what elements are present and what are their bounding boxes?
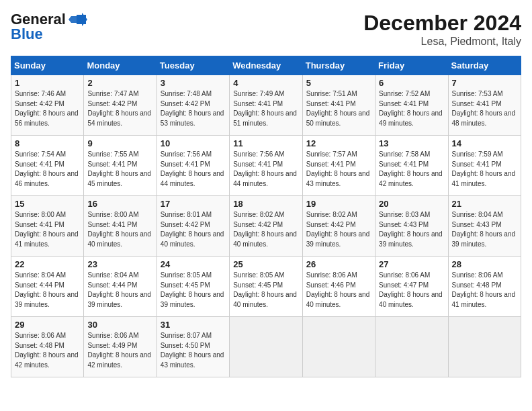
day-info: Sunrise: 8:06 AMSunset: 4:48 PMDaylight:… (452, 271, 516, 308)
calendar-day-cell: 2 Sunrise: 7:47 AMSunset: 4:42 PMDayligh… (84, 75, 157, 136)
calendar-day-cell: 15 Sunrise: 8:00 AMSunset: 4:41 PMDaylig… (11, 196, 84, 257)
day-number: 6 (379, 78, 444, 88)
day-info: Sunrise: 7:56 AMSunset: 4:41 PMDaylight:… (161, 150, 224, 187)
day-info: Sunrise: 7:53 AMSunset: 4:41 PMDaylight:… (452, 90, 516, 127)
calendar-week-row: 22 Sunrise: 8:04 AMSunset: 4:44 PMDaylig… (11, 257, 521, 317)
day-info: Sunrise: 8:06 AMSunset: 4:46 PMDaylight:… (306, 271, 370, 308)
day-number: 13 (379, 138, 444, 148)
calendar-day-cell: 11 Sunrise: 7:56 AMSunset: 4:41 PMDaylig… (230, 136, 302, 196)
day-info: Sunrise: 8:06 AMSunset: 4:48 PMDaylight:… (15, 332, 79, 369)
calendar-day-cell: 19 Sunrise: 8:02 AMSunset: 4:42 PMDaylig… (302, 196, 375, 257)
day-number: 2 (87, 78, 152, 88)
calendar-day-cell: 10 Sunrise: 7:56 AMSunset: 4:41 PMDaylig… (157, 136, 229, 196)
day-number: 15 (15, 199, 80, 209)
weekday-header-tuesday: Tuesday (157, 56, 229, 75)
calendar-day-cell (448, 317, 521, 377)
day-number: 21 (452, 199, 517, 209)
calendar-week-row: 1 Sunrise: 7:46 AMSunset: 4:42 PMDayligh… (11, 75, 521, 136)
day-number: 28 (452, 259, 517, 269)
day-number: 30 (87, 320, 152, 330)
day-number: 19 (306, 199, 371, 209)
day-info: Sunrise: 7:49 AMSunset: 4:41 PMDaylight:… (233, 90, 297, 127)
day-number: 4 (233, 78, 298, 88)
calendar-day-cell: 30 Sunrise: 8:06 AMSunset: 4:49 PMDaylig… (84, 317, 157, 377)
calendar-day-cell: 16 Sunrise: 8:00 AMSunset: 4:41 PMDaylig… (84, 196, 157, 257)
day-info: Sunrise: 7:46 AMSunset: 4:42 PMDaylight:… (15, 90, 79, 127)
month-title: December 2024 (363, 11, 521, 36)
day-info: Sunrise: 7:47 AMSunset: 4:42 PMDaylight:… (87, 90, 151, 127)
day-info: Sunrise: 7:59 AMSunset: 4:41 PMDaylight:… (452, 150, 516, 187)
calendar-day-cell: 5 Sunrise: 7:51 AMSunset: 4:41 PMDayligh… (302, 75, 375, 136)
calendar-day-cell: 26 Sunrise: 8:06 AMSunset: 4:46 PMDaylig… (302, 257, 375, 317)
day-info: Sunrise: 8:00 AMSunset: 4:41 PMDaylight:… (15, 211, 79, 248)
day-info: Sunrise: 8:05 AMSunset: 4:45 PMDaylight:… (233, 271, 297, 308)
day-number: 20 (379, 199, 444, 209)
calendar-day-cell: 12 Sunrise: 7:57 AMSunset: 4:41 PMDaylig… (302, 136, 375, 196)
calendar-day-cell: 23 Sunrise: 8:04 AMSunset: 4:44 PMDaylig… (84, 257, 157, 317)
logo-arrow-icon (67, 12, 87, 27)
weekday-header-sunday: Sunday (11, 56, 84, 75)
title-block: December 2024 Lesa, Piedmont, Italy (363, 11, 521, 48)
day-number: 27 (379, 259, 444, 269)
day-number: 29 (15, 320, 80, 330)
weekday-header-friday: Friday (375, 56, 448, 75)
calendar-day-cell: 9 Sunrise: 7:55 AMSunset: 4:41 PMDayligh… (84, 136, 157, 196)
day-number: 24 (161, 259, 226, 269)
calendar-week-row: 29 Sunrise: 8:06 AMSunset: 4:48 PMDaylig… (11, 317, 521, 377)
calendar-day-cell: 3 Sunrise: 7:48 AMSunset: 4:42 PMDayligh… (157, 75, 229, 136)
day-info: Sunrise: 7:51 AMSunset: 4:41 PMDaylight:… (306, 90, 370, 127)
day-info: Sunrise: 8:00 AMSunset: 4:41 PMDaylight:… (87, 211, 151, 248)
day-info: Sunrise: 8:07 AMSunset: 4:50 PMDaylight:… (161, 332, 224, 369)
calendar-table: SundayMondayTuesdayWednesdayThursdayFrid… (11, 56, 521, 377)
day-info: Sunrise: 8:01 AMSunset: 4:42 PMDaylight:… (161, 211, 224, 248)
calendar-week-row: 8 Sunrise: 7:54 AMSunset: 4:41 PMDayligh… (11, 136, 521, 196)
calendar-day-cell: 27 Sunrise: 8:06 AMSunset: 4:47 PMDaylig… (375, 257, 448, 317)
day-info: Sunrise: 7:48 AMSunset: 4:42 PMDaylight:… (161, 90, 224, 127)
day-info: Sunrise: 7:55 AMSunset: 4:41 PMDaylight:… (87, 150, 151, 187)
day-number: 5 (306, 78, 371, 88)
day-number: 11 (233, 138, 298, 148)
logo-blue: Blue (11, 26, 43, 43)
day-info: Sunrise: 8:05 AMSunset: 4:45 PMDaylight:… (161, 271, 224, 308)
calendar-day-cell: 13 Sunrise: 7:58 AMSunset: 4:41 PMDaylig… (375, 136, 448, 196)
calendar-day-cell: 17 Sunrise: 8:01 AMSunset: 4:42 PMDaylig… (157, 196, 229, 257)
calendar-day-cell: 29 Sunrise: 8:06 AMSunset: 4:48 PMDaylig… (11, 317, 84, 377)
calendar-day-cell (230, 317, 302, 377)
day-number: 31 (161, 320, 226, 330)
day-info: Sunrise: 7:57 AMSunset: 4:41 PMDaylight:… (306, 150, 370, 187)
day-number: 12 (306, 138, 371, 148)
calendar-day-cell: 24 Sunrise: 8:05 AMSunset: 4:45 PMDaylig… (157, 257, 229, 317)
day-number: 17 (161, 199, 226, 209)
day-number: 14 (452, 138, 517, 148)
logo: General Blue (11, 11, 87, 43)
calendar-day-cell: 22 Sunrise: 8:04 AMSunset: 4:44 PMDaylig… (11, 257, 84, 317)
day-number: 18 (233, 199, 298, 209)
day-info: Sunrise: 7:54 AMSunset: 4:41 PMDaylight:… (15, 150, 79, 187)
weekday-header-monday: Monday (84, 56, 157, 75)
weekday-header-saturday: Saturday (448, 56, 521, 75)
weekday-header-row: SundayMondayTuesdayWednesdayThursdayFrid… (11, 56, 521, 75)
day-info: Sunrise: 7:56 AMSunset: 4:41 PMDaylight:… (233, 150, 297, 187)
day-number: 8 (15, 138, 80, 148)
calendar-day-cell: 1 Sunrise: 7:46 AMSunset: 4:42 PMDayligh… (11, 75, 84, 136)
day-number: 22 (15, 259, 80, 269)
weekday-header-thursday: Thursday (302, 56, 375, 75)
calendar-day-cell: 14 Sunrise: 7:59 AMSunset: 4:41 PMDaylig… (448, 136, 521, 196)
calendar-day-cell: 31 Sunrise: 8:07 AMSunset: 4:50 PMDaylig… (157, 317, 229, 377)
day-info: Sunrise: 8:04 AMSunset: 4:44 PMDaylight:… (15, 271, 79, 308)
calendar-day-cell: 4 Sunrise: 7:49 AMSunset: 4:41 PMDayligh… (230, 75, 302, 136)
day-info: Sunrise: 7:58 AMSunset: 4:41 PMDaylight:… (379, 150, 443, 187)
calendar-day-cell: 20 Sunrise: 8:03 AMSunset: 4:43 PMDaylig… (375, 196, 448, 257)
day-info: Sunrise: 8:03 AMSunset: 4:43 PMDaylight:… (379, 211, 443, 248)
day-number: 23 (87, 259, 152, 269)
calendar-day-cell: 28 Sunrise: 8:06 AMSunset: 4:48 PMDaylig… (448, 257, 521, 317)
page-header: General Blue December 2024 Lesa, Piedmon… (11, 11, 521, 48)
day-number: 3 (161, 78, 226, 88)
day-number: 25 (233, 259, 298, 269)
calendar-day-cell: 6 Sunrise: 7:52 AMSunset: 4:41 PMDayligh… (375, 75, 448, 136)
day-number: 26 (306, 259, 371, 269)
calendar-day-cell (302, 317, 375, 377)
day-info: Sunrise: 8:02 AMSunset: 4:42 PMDaylight:… (233, 211, 297, 248)
day-info: Sunrise: 7:52 AMSunset: 4:41 PMDaylight:… (379, 90, 443, 127)
calendar-week-row: 15 Sunrise: 8:00 AMSunset: 4:41 PMDaylig… (11, 196, 521, 257)
